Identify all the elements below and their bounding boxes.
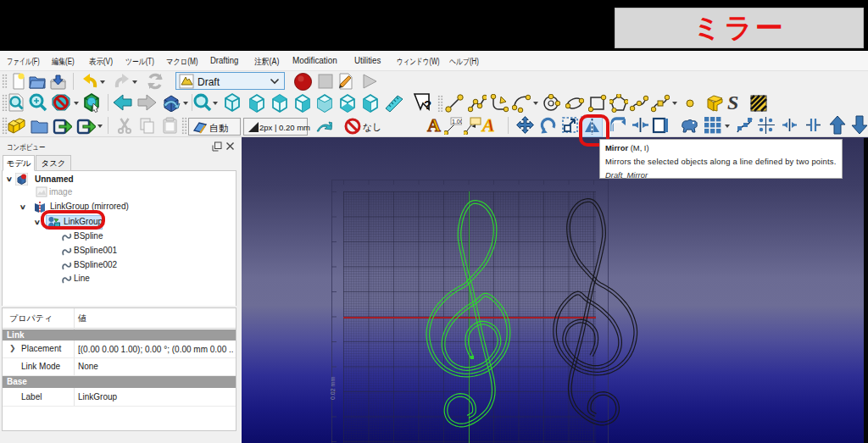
svg-text:1.00: 1.00 — [452, 119, 462, 125]
svg-text:?: ? — [424, 97, 431, 112]
